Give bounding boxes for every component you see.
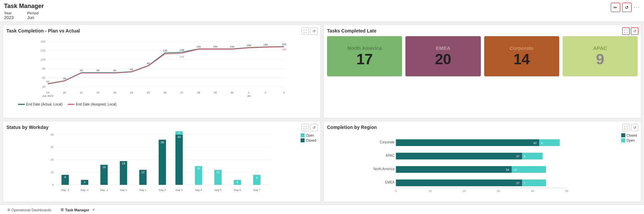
svg-text:30: 30 — [497, 189, 500, 193]
edit-dashboard-button[interactable]: ✏ — [611, 3, 620, 12]
workday-chart-svg: 0 10 20 30 40 8 Day -3 4 Day -2 16 Day -… — [6, 131, 317, 198]
svg-text:85: 85 — [147, 62, 150, 65]
line-chart-panel: Task Completion - Plan vs Actual ⛶ ↺ 30 … — [3, 24, 321, 118]
svg-text:3: 3 — [283, 91, 285, 94]
svg-text:20: 20 — [50, 158, 54, 161]
workday-refresh-button[interactable]: ↺ — [310, 124, 318, 131]
svg-text:19: 19 — [122, 162, 125, 165]
year-value: 2023 — [4, 15, 14, 20]
svg-text:60: 60 — [42, 76, 45, 79]
svg-text:Day 0: Day 0 — [120, 189, 127, 192]
svg-text:12: 12 — [46, 80, 49, 83]
region-title: Completion by Region — [327, 125, 638, 130]
svg-text:128: 128 — [180, 55, 184, 58]
svg-text:30: 30 — [50, 145, 54, 149]
svg-text:55: 55 — [96, 69, 100, 72]
svg-text:Day -2: Day -2 — [81, 189, 89, 192]
late-card-corporate[interactable]: Corporate 14 — [484, 36, 559, 76]
svg-text:25: 25 — [147, 91, 150, 94]
workday-panel: Status by Workday ⛶ ↺ Open Closed 0 — [3, 121, 321, 202]
late-card-region-2: Corporate — [510, 45, 534, 51]
svg-text:29: 29 — [214, 91, 217, 94]
late-card-region-1: EMEA — [436, 45, 450, 51]
svg-text:37: 37 — [516, 182, 519, 185]
svg-text:North America: North America — [373, 167, 395, 171]
late-card-north-america[interactable]: North America 17 — [327, 36, 402, 76]
year-filter: Year 2023 — [4, 11, 14, 20]
tasks-late-refresh-button[interactable]: ↺ — [631, 27, 638, 35]
svg-text:Jun 2023: Jun 2023 — [42, 94, 53, 97]
svg-rect-71 — [159, 140, 166, 185]
svg-text:24: 24 — [130, 91, 133, 94]
svg-rect-107 — [396, 180, 522, 186]
svg-text:Day 7: Day 7 — [253, 189, 260, 192]
svg-rect-102 — [396, 166, 512, 173]
svg-text:Day 3: Day 3 — [176, 189, 183, 192]
assigned-line — [48, 47, 284, 84]
late-card-apac[interactable]: APAC 9 — [563, 36, 638, 76]
svg-text:135: 135 — [163, 49, 168, 52]
svg-text:Day 6: Day 6 — [234, 189, 241, 192]
late-card-value-2: 14 — [513, 51, 530, 68]
svg-text:22: 22 — [96, 91, 100, 94]
svg-text:19: 19 — [46, 91, 49, 94]
svg-text:4: 4 — [84, 181, 85, 184]
svg-text:158: 158 — [247, 44, 251, 47]
line-chart-refresh-button[interactable]: ↺ — [310, 27, 318, 35]
refresh-dashboard-button[interactable]: ↺ — [622, 3, 632, 12]
tasks-late-panel: Tasks Completed Late ⛶ ↺ North America 1… — [323, 24, 641, 118]
legend-assigned: End Date (Assigned, Local) — [68, 102, 117, 106]
tasks-late-actions: ⛶ ↺ — [622, 27, 638, 35]
app-title: Task Manager — [4, 3, 44, 10]
tab-operational[interactable]: ⊞ Operational Dashboards — [3, 206, 56, 214]
svg-text:30: 30 — [42, 85, 45, 88]
late-card-emea[interactable]: EMEA 20 — [405, 36, 480, 76]
late-card-region-0: North America — [347, 45, 382, 51]
year-label: Year — [4, 11, 14, 15]
tasks-late-expand-button[interactable]: ⛶ — [622, 27, 630, 35]
svg-text:37: 37 — [516, 155, 519, 158]
svg-text:180: 180 — [40, 40, 45, 43]
header-left: Task Manager Year 2023 Period Jun — [4, 3, 44, 20]
period-filter: Period Jun — [27, 11, 39, 20]
svg-text:150: 150 — [230, 45, 235, 48]
workday-actions: ⛶ ↺ — [302, 124, 318, 131]
svg-text:10: 10 — [428, 189, 432, 193]
svg-text:30: 30 — [231, 91, 234, 94]
svg-text:7: 7 — [524, 182, 526, 185]
svg-text:90: 90 — [42, 67, 45, 70]
svg-text:6: 6 — [541, 141, 543, 145]
svg-text:1: 1 — [248, 91, 250, 94]
line-chart-legend: End Date (Actual, Local) End Date (Assig… — [6, 102, 317, 106]
region-refresh-button[interactable]: ↺ — [631, 124, 638, 131]
svg-text:Jul: Jul — [247, 94, 250, 97]
svg-text:Day 1: Day 1 — [139, 189, 146, 192]
tab-task-manager[interactable]: ☰ Task Manager ✕ — [56, 206, 100, 214]
late-card-region-3: APAC — [593, 45, 607, 51]
svg-text:28: 28 — [63, 77, 66, 80]
region-expand-button[interactable]: ⛶ — [622, 124, 630, 131]
late-card-value-1: 20 — [435, 51, 451, 68]
svg-text:Day -1: Day -1 — [100, 189, 108, 192]
workday-title: Status by Workday — [6, 125, 317, 130]
svg-text:8: 8 — [64, 175, 66, 179]
workday-expand-button[interactable]: ⛶ — [302, 124, 309, 131]
line-chart-actions: ⛶ ↺ — [302, 27, 318, 35]
late-card-value-0: 17 — [357, 51, 373, 68]
line-chart-expand-button[interactable]: ⛶ — [302, 27, 309, 35]
svg-text:40: 40 — [531, 189, 534, 193]
svg-text:Day 5: Day 5 — [214, 189, 221, 192]
more-options-button[interactable]: ··· — [634, 4, 640, 10]
svg-text:Day -3: Day -3 — [61, 189, 69, 192]
late-cards-container: North America 17 EMEA 20 Corporate 14 AP… — [327, 36, 638, 76]
tab-close-icon[interactable]: ✕ — [92, 208, 95, 212]
svg-text:150: 150 — [196, 45, 201, 48]
period-label: Period — [27, 11, 39, 15]
svg-text:138: 138 — [180, 49, 184, 52]
svg-text:0: 0 — [52, 183, 54, 187]
svg-rect-74 — [176, 135, 183, 185]
svg-text:55: 55 — [80, 69, 83, 72]
svg-text:12: 12 — [141, 170, 144, 174]
header-actions: ✏ ↺ ··· — [611, 3, 640, 12]
svg-text:12: 12 — [216, 170, 219, 174]
